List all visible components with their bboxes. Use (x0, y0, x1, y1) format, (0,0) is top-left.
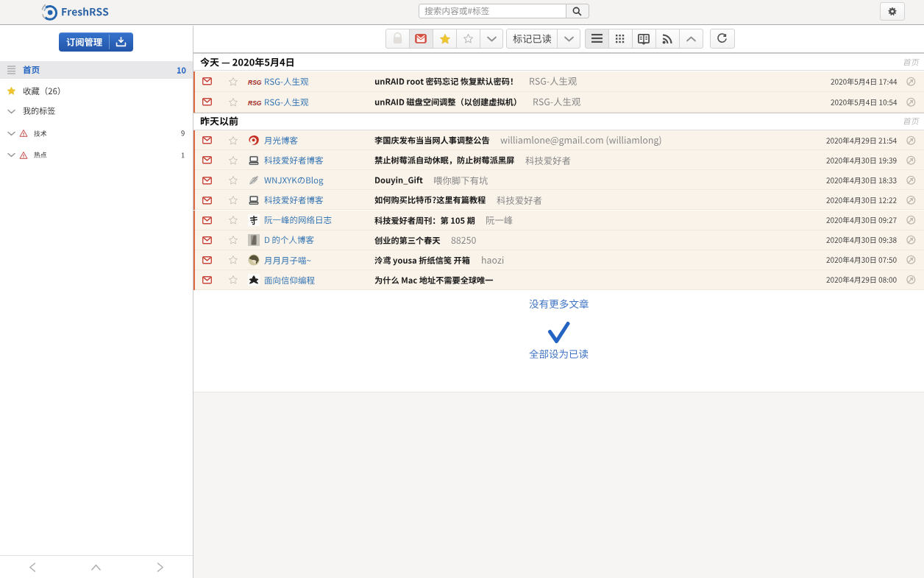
svg-text:RSG: RSG (248, 78, 262, 85)
svg-text:RSG: RSG (248, 99, 262, 106)
